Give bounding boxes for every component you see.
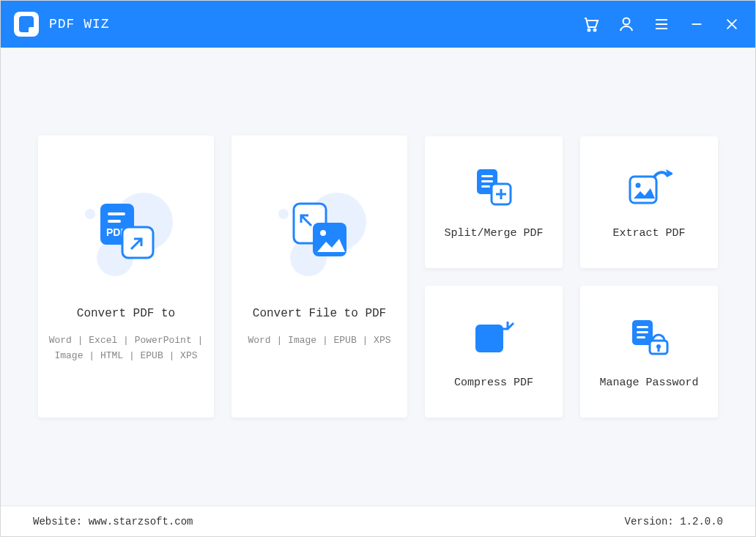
titlebar-right (581, 14, 742, 34)
card-title: Split/Merge PDF (444, 227, 543, 240)
titlebar-left: PDF WIZ (14, 12, 110, 37)
svg-point-1 (594, 29, 596, 32)
svg-point-2 (623, 18, 630, 25)
footer: Website: www.starzsoft.com Version: 1.2.… (1, 505, 755, 536)
svg-rect-29 (637, 336, 645, 338)
footer-website-link[interactable]: www.starzsoft.com (89, 516, 193, 527)
card-title: Convert PDF to (77, 307, 175, 320)
footer-version-value: 1.2.0.0 (680, 516, 723, 527)
card-title: Extract PDF (612, 227, 685, 240)
card-convert-file-to-pdf[interactable]: Convert File to PDF Word | Image | EPUB … (231, 136, 407, 418)
large-cards-group: PDF Convert PDF to Word | Excel | PowerP… (38, 136, 407, 418)
compress-icon (470, 314, 517, 360)
svg-rect-11 (108, 220, 121, 223)
convert-pdf-to-icon: PDF (75, 179, 177, 282)
card-manage-password[interactable]: Manage Password (580, 286, 718, 418)
svg-rect-19 (481, 180, 493, 182)
svg-rect-24 (630, 177, 656, 203)
small-cards-grid: Split/Merge PDF Extract PDF (425, 136, 718, 418)
minimize-button[interactable] (686, 14, 707, 34)
svg-point-16 (320, 230, 326, 236)
card-extract[interactable]: Extract PDF (580, 136, 718, 268)
close-button[interactable] (722, 14, 742, 34)
minimize-icon (689, 16, 705, 32)
card-split-merge[interactable]: Split/Merge PDF (425, 136, 563, 268)
close-icon (724, 16, 740, 32)
footer-version-label: Version: (625, 516, 681, 527)
extract-icon (626, 164, 672, 211)
footer-website-label: Website: (33, 516, 89, 527)
cart-button[interactable] (581, 14, 601, 34)
svg-rect-32 (658, 347, 660, 352)
user-icon (618, 15, 635, 33)
manage-password-icon (626, 314, 672, 360)
svg-rect-20 (481, 185, 490, 188)
card-title: Compress PDF (454, 377, 533, 389)
card-compress[interactable]: Compress PDF (425, 286, 563, 418)
card-subtitle: Word | Excel | PowerPoint | Image | HTML… (38, 333, 214, 364)
account-button[interactable] (616, 14, 637, 34)
card-title: Manage Password (599, 377, 698, 389)
main-area: PDF Convert PDF to Word | Excel | PowerP… (1, 48, 755, 505)
titlebar: PDF WIZ (1, 1, 755, 48)
footer-version: Version: 1.2.0.0 (625, 516, 723, 527)
menu-button[interactable] (651, 14, 672, 34)
convert-file-to-pdf-icon (268, 179, 371, 282)
svg-rect-18 (481, 175, 493, 177)
card-subtitle: Word | Image | EPUB | XPS (237, 333, 401, 349)
hamburger-icon (653, 15, 670, 33)
cart-icon (582, 15, 600, 33)
footer-website: Website: www.starzsoft.com (33, 516, 193, 527)
svg-point-0 (588, 29, 590, 32)
app-logo-icon (14, 12, 39, 37)
svg-rect-10 (108, 212, 125, 215)
svg-point-25 (636, 183, 641, 188)
card-convert-pdf-to[interactable]: PDF Convert PDF to Word | Excel | PowerP… (38, 136, 214, 418)
split-merge-icon (470, 164, 517, 211)
app-title: PDF WIZ (49, 17, 110, 32)
svg-rect-27 (637, 326, 648, 328)
svg-rect-28 (637, 331, 648, 333)
card-title: Convert File to PDF (253, 307, 386, 320)
